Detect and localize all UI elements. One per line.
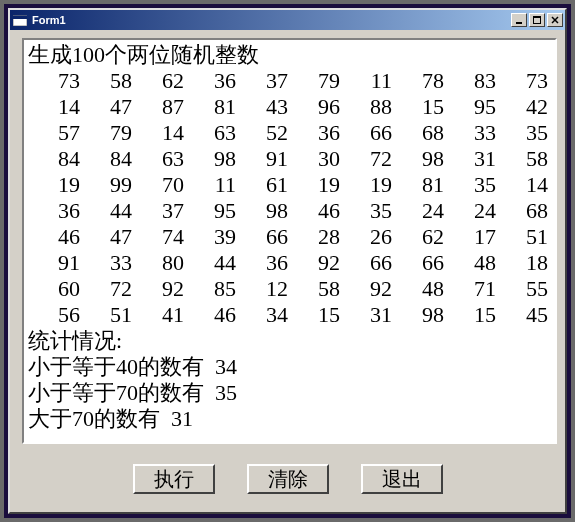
exit-button[interactable]: 退出 <box>361 464 443 494</box>
grid-row: 56514146341531981545 <box>28 302 551 328</box>
grid-cell: 74 <box>132 224 184 250</box>
stat-line: 小于等于70的数有 35 <box>28 380 551 406</box>
grid-cell: 35 <box>444 172 496 198</box>
grid-cell: 48 <box>392 276 444 302</box>
grid-cell: 45 <box>496 302 548 328</box>
grid-cell: 46 <box>288 198 340 224</box>
grid-cell: 19 <box>28 172 80 198</box>
svg-rect-2 <box>516 22 522 24</box>
grid-cell: 72 <box>80 276 132 302</box>
grid-cell: 70 <box>132 172 184 198</box>
execute-button[interactable]: 执行 <box>133 464 215 494</box>
grid-cell: 92 <box>132 276 184 302</box>
grid-cell: 44 <box>80 198 132 224</box>
grid-cell: 92 <box>288 250 340 276</box>
stats-heading: 统计情况: <box>28 328 551 354</box>
grid-cell: 47 <box>80 224 132 250</box>
grid-cell: 95 <box>184 198 236 224</box>
grid-cell: 72 <box>340 146 392 172</box>
grid-cell: 14 <box>132 120 184 146</box>
grid-cell: 98 <box>392 302 444 328</box>
grid-cell: 80 <box>132 250 184 276</box>
grid-cell: 43 <box>236 94 288 120</box>
grid-cell: 47 <box>80 94 132 120</box>
clear-button[interactable]: 清除 <box>247 464 329 494</box>
grid-row: 19997011611919813514 <box>28 172 551 198</box>
grid-cell: 35 <box>340 198 392 224</box>
grid-cell: 42 <box>496 94 548 120</box>
grid-cell: 15 <box>288 302 340 328</box>
close-button[interactable] <box>547 13 563 27</box>
grid-cell: 68 <box>496 198 548 224</box>
grid-cell: 30 <box>288 146 340 172</box>
grid-cell: 84 <box>28 146 80 172</box>
grid-cell: 78 <box>392 68 444 94</box>
grid-cell: 98 <box>392 146 444 172</box>
grid-cell: 51 <box>496 224 548 250</box>
grid-cell: 68 <box>392 120 444 146</box>
grid-cell: 18 <box>496 250 548 276</box>
button-row: 执行 清除 退出 <box>12 464 563 494</box>
grid-cell: 39 <box>184 224 236 250</box>
grid-cell: 15 <box>444 302 496 328</box>
window-title: Form1 <box>32 14 511 26</box>
grid-cell: 12 <box>236 276 288 302</box>
svg-rect-4 <box>533 16 541 18</box>
grid-cell: 91 <box>236 146 288 172</box>
grid-cell: 84 <box>80 146 132 172</box>
grid-cell: 41 <box>132 302 184 328</box>
output-textbox[interactable]: 生成100个两位随机整数 735862363779117883731447878… <box>22 38 557 444</box>
grid-cell: 19 <box>340 172 392 198</box>
grid-cell: 95 <box>444 94 496 120</box>
grid-cell: 79 <box>80 120 132 146</box>
grid-cell: 73 <box>496 68 548 94</box>
titlebar[interactable]: Form1 <box>10 10 565 30</box>
grid-row: 84846398913072983158 <box>28 146 551 172</box>
client-area: 生成100个两位随机整数 735862363779117883731447878… <box>12 32 563 510</box>
minimize-button[interactable] <box>511 13 527 27</box>
grid-cell: 33 <box>80 250 132 276</box>
stat-line: 小于等于40的数有 34 <box>28 354 551 380</box>
maximize-button[interactable] <box>529 13 545 27</box>
number-grid: 7358623637791178837314478781439688159542… <box>28 68 551 328</box>
app-icon <box>12 12 28 28</box>
grid-cell: 99 <box>80 172 132 198</box>
grid-cell: 61 <box>236 172 288 198</box>
grid-cell: 66 <box>236 224 288 250</box>
grid-cell: 81 <box>184 94 236 120</box>
grid-cell: 26 <box>340 224 392 250</box>
grid-cell: 11 <box>184 172 236 198</box>
grid-cell: 62 <box>132 68 184 94</box>
grid-cell: 14 <box>496 172 548 198</box>
grid-cell: 36 <box>236 250 288 276</box>
grid-row: 36443795984635242468 <box>28 198 551 224</box>
grid-cell: 92 <box>340 276 392 302</box>
grid-cell: 14 <box>28 94 80 120</box>
grid-cell: 36 <box>184 68 236 94</box>
grid-cell: 58 <box>496 146 548 172</box>
grid-cell: 15 <box>392 94 444 120</box>
grid-cell: 35 <box>496 120 548 146</box>
grid-cell: 58 <box>288 276 340 302</box>
grid-cell: 87 <box>132 94 184 120</box>
grid-cell: 66 <box>340 120 392 146</box>
grid-row: 91338044369266664818 <box>28 250 551 276</box>
grid-cell: 91 <box>28 250 80 276</box>
grid-cell: 66 <box>392 250 444 276</box>
grid-cell: 46 <box>28 224 80 250</box>
grid-cell: 28 <box>288 224 340 250</box>
grid-cell: 96 <box>288 94 340 120</box>
grid-cell: 71 <box>444 276 496 302</box>
grid-cell: 58 <box>80 68 132 94</box>
stat-line: 大于70的数有 31 <box>28 406 551 432</box>
grid-cell: 57 <box>28 120 80 146</box>
grid-cell: 83 <box>444 68 496 94</box>
grid-cell: 31 <box>340 302 392 328</box>
grid-cell: 48 <box>444 250 496 276</box>
grid-row: 73586236377911788373 <box>28 68 551 94</box>
grid-cell: 51 <box>80 302 132 328</box>
grid-cell: 37 <box>236 68 288 94</box>
grid-cell: 73 <box>28 68 80 94</box>
grid-cell: 19 <box>288 172 340 198</box>
grid-cell: 17 <box>444 224 496 250</box>
